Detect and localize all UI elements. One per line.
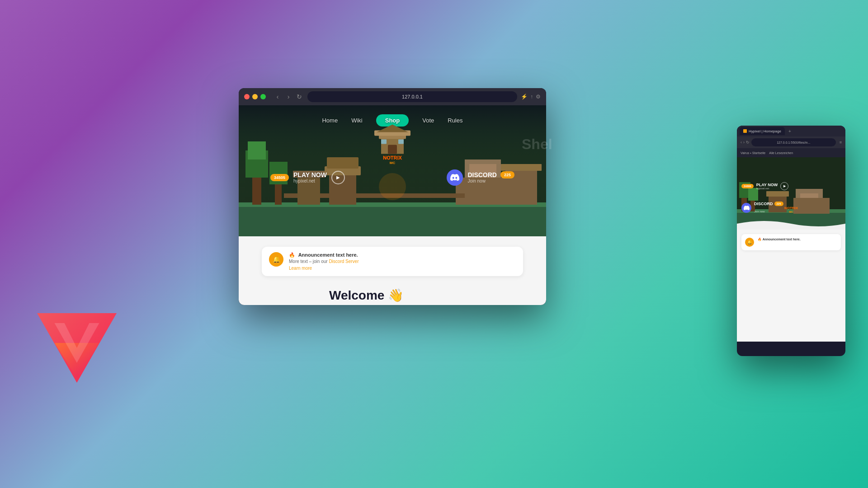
fire-emoji: 🔥 [289,252,295,258]
secondary-url-text: 127.0.0.1:5500/files/in... [777,141,810,144]
secondary-play-icon: ▶ [780,182,788,190]
sec-back-btn[interactable]: ‹ [741,140,742,145]
share-icon: ↑ [530,94,533,100]
announcement-title: 🔥 Announcement text here. [289,252,516,258]
main-browser-window: ‹ › ↻ 127.0.0.1 ⚡ ↑ ⚙ [239,88,546,305]
secondary-play-subtitle: hypixel.net [756,187,778,190]
secondary-discord-title: DISCORD [754,202,773,206]
secondary-bell-icon: 🔔 [745,238,754,247]
svg-point-19 [379,173,406,200]
sec-reload-btn[interactable]: ↻ [746,140,750,145]
learn-more-link[interactable]: Learn more [289,266,516,271]
svg-text:MC: MC [789,211,793,213]
bookmark-lesezeichen[interactable]: Alle Lesezeichen [769,151,793,155]
secondary-play-title: PLAY NOW [756,183,778,187]
secondary-address-bar[interactable]: 127.0.0.1:5500/files/in... [751,138,836,146]
close-button[interactable] [244,94,250,99]
forward-button[interactable]: › [284,92,293,101]
secondary-play-now[interactable]: 34899 PLAY NOW hypixel.net ▶ [741,182,788,190]
welcome-section: Welcome 👋 [239,284,546,305]
svg-text:NOTRIX: NOTRIX [784,206,798,210]
svg-rect-5 [239,205,546,236]
secondary-minecraft-bg: NOTRIX MC 34899 PLAY NOW hypixel.net ▶ [737,157,845,230]
announcement-body: More text – join our Discord Server [289,259,516,264]
announcement-text: 🔥 Announcement text here. More text – jo… [289,252,516,271]
discord-title: DISCORD [467,171,497,178]
white-content-area: 🔔 🔥 Announcement text here. More text – … [239,236,546,305]
secondary-white-content: 🔔 🔥 Announcement text here. [737,230,845,342]
secondary-announcement-title: 🔥 Announcement text here. [758,238,801,241]
secondary-announcement-card: 🔔 🔥 Announcement text here. [741,234,841,250]
secondary-tab-active[interactable]: Hypixel | Homepage [740,127,785,135]
address-bar-url: 127.0.0.1 [402,94,423,99]
discord-subtitle: Join now [467,178,514,183]
shel-watermark: Shel [522,136,552,153]
svg-rect-9 [248,141,266,160]
secondary-tabs-bar: Hypixel | Homepage + [737,126,845,136]
svg-rect-30 [398,140,404,144]
svg-rect-42 [793,198,830,214]
tab-favicon [743,129,747,133]
bookmark-vairus[interactable]: Vairus • Startseite [741,151,765,155]
svg-rect-17 [327,157,359,169]
address-bar[interactable]: 127.0.0.1 [307,91,517,102]
settings-icon: ⚙ [536,94,541,100]
nav-rules[interactable]: Rules [448,117,462,124]
minimize-button[interactable] [252,94,258,99]
secondary-bookmarks-bar: Vairus • Startseite Alle Lesezeichen [737,148,845,157]
svg-rect-29 [381,140,387,144]
play-icon-circle[interactable]: ▶ [331,171,345,184]
player-count-badge: 34505 [270,174,289,181]
reload-button[interactable]: ↻ [295,92,304,101]
secondary-nav-buttons: ‹ › ↻ [741,140,750,145]
new-tab-button[interactable]: + [787,128,793,134]
nav-wiki[interactable]: Wiki [351,117,363,124]
play-now-button[interactable]: 34505 PLAY NOW hypixel.net ▶ [270,171,345,184]
discord-button[interactable]: DISCORD 225 Join now [447,169,514,186]
secondary-browser-window: Hypixel | Homepage + ‹ › ↻ 127.0.0.1:550… [737,126,845,356]
toolbar-icons: ⚡ ↑ ⚙ [521,94,541,100]
vuetify-logo [27,298,127,398]
notrix-logo: NOTRIX MC [365,122,420,167]
play-now-subtitle: hypixel.net [293,178,327,183]
browser-toolbar: ‹ › ↻ 127.0.0.1 ⚡ ↑ ⚙ [239,88,546,105]
secondary-discord[interactable]: DISCORD 225 Join now [741,202,783,214]
browser-content: Home Wiki Shop Vote Rules 34505 PLAY NOW… [239,105,546,305]
svg-rect-28 [388,145,397,154]
maximize-button[interactable] [260,94,266,99]
secondary-discord-count: 225 [774,202,783,206]
back-button[interactable]: ‹ [273,92,282,101]
nav-home[interactable]: Home [322,117,338,124]
secondary-nav-bar: ‹ › ↻ 127.0.0.1:5500/files/in... ≡ [737,136,845,148]
nav-vote[interactable]: Vote [422,117,434,124]
svg-text:MC: MC [390,161,396,165]
tab-label: Hypixel | Homepage [749,129,781,133]
sec-bookmarks-icon: ≡ [840,140,842,145]
minecraft-hero-bg: Home Wiki Shop Vote Rules 34505 PLAY NOW… [239,105,546,236]
svg-marker-27 [377,125,408,132]
secondary-browser-content: NOTRIX MC 34899 PLAY NOW hypixel.net ▶ [737,157,845,342]
svg-rect-44 [766,191,789,197]
bell-icon: 🔔 [269,252,283,267]
svg-text:NOTRIX: NOTRIX [383,155,402,160]
sec-forward-btn[interactable]: › [743,140,745,145]
discord-server-link[interactable]: Discord Server [329,259,359,264]
secondary-player-count: 34899 [741,184,754,188]
play-now-title: PLAY NOW [293,171,327,178]
secondary-discord-icon [741,203,751,213]
secondary-discord-sub: Join now [754,210,765,213]
extension-icon: ⚡ [521,94,528,100]
announcement-card: 🔔 🔥 Announcement text here. More text – … [262,247,523,276]
discord-online-count: 225 [500,171,514,178]
discord-icon [447,169,463,186]
welcome-text: Welcome 👋 [329,288,404,303]
traffic-lights [244,94,266,99]
